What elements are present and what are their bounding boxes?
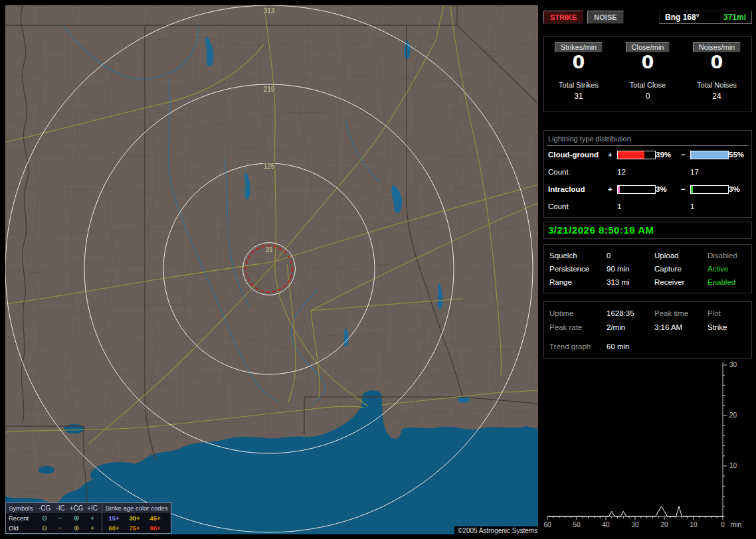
svg-text:20: 20 [660, 521, 668, 528]
ic-negative-pct: 3% [729, 185, 751, 193]
ic-negative-bar-fill [691, 186, 693, 193]
status-row: Peak rate 2/min 3:16 AM Strike [549, 321, 746, 335]
legend-recent-row: Recent ⊖ − ⊕ + 15+ 30+ 45+ [6, 513, 171, 523]
strikes-per-min-button[interactable]: Strikes/min [555, 42, 603, 52]
cg-negative-count: 17 [690, 168, 729, 176]
peak-rate-label: Peak rate [549, 321, 607, 335]
mode-controls: STRIKE NOISE Bng 168° 371mi [543, 8, 752, 27]
total-strikes-value: 31 [544, 92, 613, 101]
receiver-label: Receiver [654, 275, 708, 289]
pos-ic-recent-symbol: + [84, 514, 100, 522]
age-badge-90: 90+ [145, 524, 165, 532]
map-legend: Symbols -CG -IC +CG +IC Strike age color… [5, 502, 171, 534]
side-panel: STRIKE NOISE Bng 168° 371mi Strikes/min … [543, 5, 752, 534]
receiver-status: Enabled [708, 275, 746, 289]
svg-text:30: 30 [631, 521, 639, 528]
close-per-min-button[interactable]: Close/min [626, 42, 670, 52]
total-noises-value: 24 [682, 92, 751, 101]
lightning-type-distribution: Lightning type distribution Cloud-ground… [543, 130, 752, 218]
capture-status: Active [708, 262, 746, 275]
age-badge-75: 75+ [124, 524, 145, 532]
copyright: ©2005 Astrogenic Systems [454, 526, 538, 534]
upload-label: Upload [654, 249, 708, 262]
cg-negative-pct: 55% [729, 151, 751, 159]
persistence-value: 90 min [607, 262, 654, 275]
bearing-display: Bng 168° 371mi [659, 11, 752, 24]
ic-positive-bar-fill [618, 186, 620, 193]
settings-row: Squelch 0 Upload Disabled [549, 249, 746, 262]
svg-text:0: 0 [721, 521, 725, 528]
strike-button[interactable]: STRIKE [543, 11, 583, 24]
cg-negative-bar-fill [691, 151, 728, 159]
legend-divider [102, 513, 102, 523]
bearing-value: Bng 168° [665, 13, 699, 22]
ic-negative-count: 1 [690, 202, 729, 210]
ic-positive-pct: 3% [656, 185, 681, 193]
close-per-min-value: 0 [613, 52, 682, 72]
ic-positive-count: 1 [617, 202, 656, 210]
svg-text:60: 60 [543, 521, 551, 528]
cloud-ground-row: Cloud-ground + 39% − 55% [547, 146, 749, 163]
svg-text:min: min [731, 521, 741, 528]
status-row: Uptime 1628:35 Peak time Plot [549, 307, 746, 321]
positive-sign: + [608, 151, 617, 159]
legend-col-neg-ic: -IC [52, 504, 68, 512]
datetime-display: 3/21/2026 8:50:18 AM [543, 222, 752, 239]
age-badge-45: 45+ [145, 514, 165, 522]
legend-header-row: Symbols -CG -IC +CG +IC Strike age color… [6, 503, 171, 513]
uptime-label: Uptime [549, 307, 607, 321]
distribution-title: Lightning type distribution [547, 133, 749, 146]
legend-symbols-header: Symbols [7, 504, 37, 512]
cg-negative-bar [690, 151, 729, 159]
ring-label-219: 219 [264, 86, 275, 93]
count-label: Count [548, 202, 608, 210]
map-canvas[interactable]: 313 219 125 31 [5, 5, 538, 534]
squelch-value: 0 [607, 249, 654, 262]
legend-col-pos-ic: +IC [84, 504, 100, 512]
ic-negative-bar [690, 185, 729, 194]
noises-per-min-button[interactable]: Noises/min [693, 42, 741, 52]
total-close-value: 0 [613, 92, 682, 101]
status-panel: Uptime 1628:35 Peak time Plot Peak rate … [543, 301, 752, 358]
legend-recent-label: Recent [7, 514, 37, 522]
negative-sign: − [681, 185, 690, 193]
datetime-value: 3/21/2026 8:50:18 AM [548, 224, 654, 236]
trend-graph-row: Trend graph 60 min [549, 340, 746, 354]
negative-sign: − [681, 151, 690, 159]
pos-ic-old-symbol: + [84, 524, 100, 532]
intracloud-label: Intracloud [548, 185, 608, 193]
lightning-map[interactable]: 313 219 125 31 Symbols -CG -IC +CG +IC S… [5, 5, 538, 534]
svg-text:50: 50 [573, 521, 581, 528]
neg-ic-old-symbol: − [52, 524, 68, 532]
capture-label: Capture [654, 262, 708, 275]
cloud-ground-label: Cloud-ground [548, 151, 608, 159]
trend-graph-label: Trend graph [549, 340, 607, 354]
trend-graph: 6050403020100min102030 [543, 360, 752, 532]
age-badge-60: 60+ [104, 524, 124, 532]
ic-positive-bar [617, 185, 656, 194]
total-close-label: Total Close [613, 81, 682, 89]
plot-value: Strike [708, 321, 746, 335]
plot-label: Plot [708, 307, 746, 321]
legend-old-row: Old ⊖ − ⊕ + 60+ 75+ 90+ [6, 523, 171, 533]
range-value: 313 mi [607, 275, 654, 289]
intracloud-row: Intracloud + 3% − 3% [547, 181, 749, 198]
settings-row: Persistence 90 min Capture Active [549, 262, 746, 275]
legend-divider [102, 503, 102, 513]
pos-cg-recent-symbol: ⊕ [68, 514, 84, 522]
peak-rate-value: 2/min [607, 321, 654, 335]
cloud-ground-count-row: Count 12 17 [547, 163, 749, 181]
svg-text:10: 10 [729, 462, 737, 469]
strikes-per-min-column: Strikes/min 0 Total Strikes 31 [544, 37, 613, 112]
age-badge-15: 15+ [104, 514, 124, 522]
noise-button[interactable]: NOISE [587, 11, 623, 24]
settings-panel: Squelch 0 Upload Disabled Persistence 90… [543, 244, 752, 293]
uptime-value: 1628:35 [607, 307, 654, 321]
legend-col-neg-cg: -CG [37, 504, 52, 512]
total-strikes-label: Total Strikes [544, 81, 613, 89]
legend-age-header: Strike age color codes [104, 504, 169, 512]
positive-sign: + [608, 185, 617, 193]
age-badge-30: 30+ [124, 514, 145, 522]
bearing-distance: 371mi [723, 13, 746, 22]
cg-positive-bar-fill [618, 151, 644, 159]
